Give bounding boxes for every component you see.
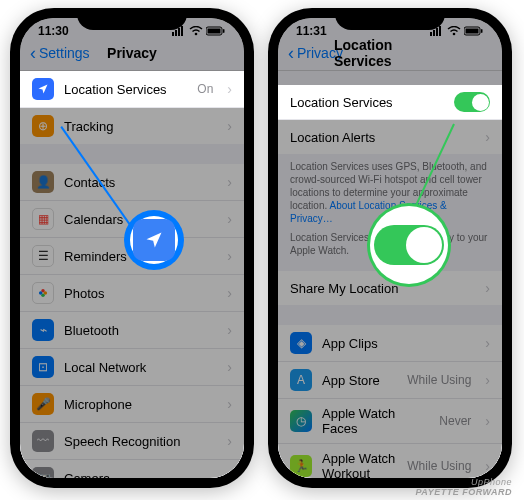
chevron-right-icon: › [227, 248, 232, 264]
row-camera[interactable]: 📷Camera› [20, 460, 244, 478]
notch [335, 8, 445, 30]
callout-toggle [370, 206, 448, 284]
calendar-icon: ▦ [32, 208, 54, 230]
chevron-right-icon: › [227, 322, 232, 338]
bluetooth-icon: ⌁ [32, 319, 54, 341]
photos-icon [32, 282, 54, 304]
row-location-services[interactable]: Location Services On › [20, 71, 244, 108]
row-microphone[interactable]: 🎤Microphone› [20, 386, 244, 423]
microphone-icon: 🎤 [32, 393, 54, 415]
speech-icon: 〰 [32, 430, 54, 452]
row-photos[interactable]: Photos› [20, 275, 244, 312]
svg-rect-13 [433, 30, 435, 36]
row-location-services-toggle[interactable]: Location Services [278, 85, 502, 120]
svg-point-11 [39, 291, 43, 295]
row-local-network[interactable]: ⊡Local Network› [20, 349, 244, 386]
svg-rect-2 [178, 28, 180, 36]
chevron-right-icon: › [485, 458, 490, 474]
svg-rect-18 [466, 29, 479, 34]
chevron-left-icon: ‹ [288, 44, 294, 62]
network-icon: ⊡ [32, 356, 54, 378]
location-icon [32, 78, 54, 100]
phone-left: 11:30 ‹Settings Privacy Location Service… [10, 8, 254, 488]
svg-rect-6 [208, 29, 221, 34]
chevron-right-icon: › [227, 470, 232, 478]
reminders-icon: ☰ [32, 245, 54, 267]
chevron-right-icon: › [227, 433, 232, 449]
toggle-on-icon[interactable] [454, 92, 490, 112]
back-button[interactable]: ‹Settings [30, 44, 90, 62]
watchfaces-icon: ◷ [290, 410, 312, 432]
toggle-on-icon [374, 225, 444, 265]
phone-right: 11:31 ‹Privacy Location Services Locatio… [268, 8, 512, 488]
row-app-clips[interactable]: ◈App Clips› [278, 325, 502, 362]
nav-bar: ‹Settings Privacy [20, 40, 244, 71]
workout-icon: 🏃 [290, 455, 312, 477]
chevron-right-icon: › [227, 81, 232, 97]
contacts-icon: 👤 [32, 171, 54, 193]
row-app-store[interactable]: AApp StoreWhile Using› [278, 362, 502, 399]
svg-rect-15 [439, 26, 441, 36]
svg-point-4 [195, 33, 198, 36]
chevron-right-icon: › [485, 335, 490, 351]
svg-rect-0 [172, 32, 174, 36]
chevron-right-icon: › [227, 359, 232, 375]
chevron-right-icon: › [227, 118, 232, 134]
status-time: 11:30 [38, 24, 69, 38]
nav-bar: ‹Privacy Location Services [278, 40, 502, 71]
chevron-right-icon: › [227, 396, 232, 412]
battery-icon [464, 26, 484, 36]
row-watch-workout[interactable]: 🏃Apple Watch WorkoutWhile Using› [278, 444, 502, 478]
svg-rect-14 [436, 28, 438, 36]
svg-rect-7 [223, 29, 225, 33]
svg-rect-19 [481, 29, 483, 33]
svg-rect-12 [430, 32, 432, 36]
location-arrow-icon [133, 219, 175, 261]
chevron-right-icon: › [227, 285, 232, 301]
row-tracking[interactable]: ⊕ Tracking › [20, 108, 244, 144]
chevron-right-icon: › [485, 372, 490, 388]
tracking-icon: ⊕ [32, 115, 54, 137]
nav-title: Location Services [334, 37, 446, 69]
appstore-icon: A [290, 369, 312, 391]
row-speech[interactable]: 〰Speech Recognition› [20, 423, 244, 460]
appclips-icon: ◈ [290, 332, 312, 354]
chevron-right-icon: › [485, 280, 490, 296]
row-bluetooth[interactable]: ⌁Bluetooth› [20, 312, 244, 349]
chevron-right-icon: › [485, 413, 490, 429]
chevron-right-icon: › [227, 174, 232, 190]
watermark: UpPhone PAYETTE FORWARD [415, 478, 512, 498]
svg-rect-3 [181, 26, 183, 36]
chevron-left-icon: ‹ [30, 44, 36, 62]
wifi-icon [447, 26, 461, 36]
chevron-right-icon: › [227, 211, 232, 227]
row-watch-faces[interactable]: ◷Apple Watch FacesNever› [278, 399, 502, 444]
nav-title: Privacy [107, 45, 157, 61]
callout-circle [124, 210, 184, 270]
status-time: 11:31 [296, 24, 327, 38]
svg-point-16 [453, 33, 456, 36]
notch [77, 8, 187, 30]
chevron-right-icon: › [485, 129, 490, 145]
camera-icon: 📷 [32, 467, 54, 478]
row-location-alerts[interactable]: Location Alerts › [278, 120, 502, 154]
svg-rect-1 [175, 30, 177, 36]
wifi-icon [189, 26, 203, 36]
row-contacts[interactable]: 👤Contacts› [20, 164, 244, 201]
battery-icon [206, 26, 226, 36]
